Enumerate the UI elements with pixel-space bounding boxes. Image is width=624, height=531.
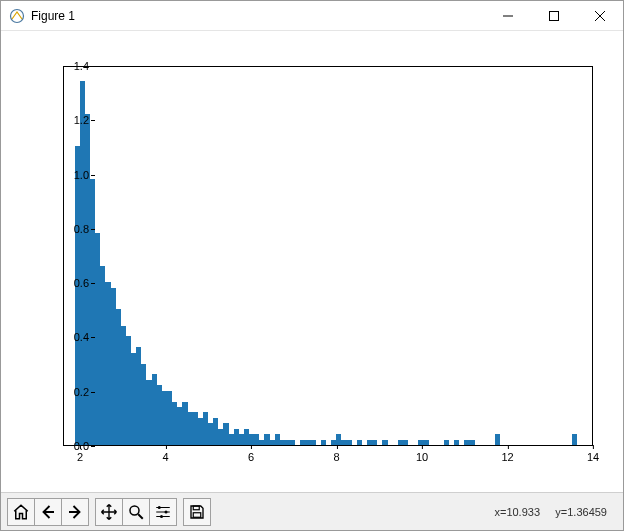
window-title: Figure 1 <box>31 9 485 23</box>
save-button[interactable] <box>183 498 211 526</box>
y-tick-label: 0.2 <box>49 386 89 398</box>
subplots-button[interactable] <box>149 498 177 526</box>
x-tick-label: 2 <box>77 451 83 463</box>
coord-readout: x=10.933 y=1.36459 <box>494 506 617 518</box>
histogram-bars <box>64 67 592 445</box>
x-tick-label: 14 <box>587 451 599 463</box>
minimize-button[interactable] <box>485 1 531 30</box>
close-icon <box>595 11 605 21</box>
save-icon <box>188 503 206 521</box>
bar <box>470 440 475 445</box>
bar <box>382 440 387 445</box>
bar <box>403 440 408 445</box>
x-tick-label: 12 <box>501 451 513 463</box>
svg-point-5 <box>160 515 163 518</box>
svg-point-2 <box>130 506 139 515</box>
maximize-icon <box>549 11 559 21</box>
move-icon <box>100 503 118 521</box>
bar <box>423 440 428 445</box>
bar <box>495 434 500 445</box>
bar <box>321 440 326 445</box>
forward-button[interactable] <box>61 498 89 526</box>
home-button[interactable] <box>7 498 35 526</box>
x-tick-label: 10 <box>416 451 428 463</box>
svg-rect-7 <box>193 512 201 517</box>
zoom-button[interactable] <box>122 498 150 526</box>
y-tick-label: 1.2 <box>49 114 89 126</box>
svg-point-3 <box>158 506 161 509</box>
magnify-icon <box>127 503 145 521</box>
window-controls <box>485 1 623 30</box>
app-icon <box>9 8 25 24</box>
bar <box>357 440 362 445</box>
axes <box>63 66 593 446</box>
arrow-right-icon <box>66 503 84 521</box>
bar <box>372 440 377 445</box>
plot-canvas[interactable]: 0.00.20.40.60.81.01.21.4 2468101214 <box>1 31 624 492</box>
y-tick-label: 1.4 <box>49 60 89 72</box>
arrow-left-icon <box>39 503 57 521</box>
pan-button[interactable] <box>95 498 123 526</box>
svg-point-4 <box>165 510 168 513</box>
y-tick-label: 0.6 <box>49 277 89 289</box>
svg-rect-1 <box>550 11 559 20</box>
toolbar: x=10.933 y=1.36459 <box>1 492 623 530</box>
home-icon <box>12 503 30 521</box>
svg-rect-6 <box>193 506 199 510</box>
y-tick-label: 1.0 <box>49 169 89 181</box>
bar <box>444 440 449 445</box>
maximize-button[interactable] <box>531 1 577 30</box>
x-tick-label: 8 <box>333 451 339 463</box>
x-tick-label: 6 <box>248 451 254 463</box>
y-tick-label: 0.8 <box>49 223 89 235</box>
bar <box>454 440 459 445</box>
y-tick-label: 0.4 <box>49 331 89 343</box>
titlebar: Figure 1 <box>1 1 623 31</box>
x-tick-label: 4 <box>163 451 169 463</box>
back-button[interactable] <box>34 498 62 526</box>
minimize-icon <box>503 11 513 21</box>
sliders-icon <box>154 503 172 521</box>
bar <box>347 440 352 445</box>
bar <box>572 434 577 445</box>
bar <box>311 440 316 445</box>
close-button[interactable] <box>577 1 623 30</box>
bar <box>290 440 295 445</box>
